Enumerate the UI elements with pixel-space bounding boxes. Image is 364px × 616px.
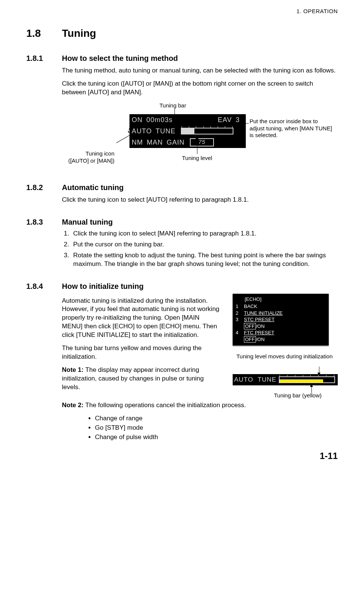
arrowhead-icon: [310, 384, 313, 387]
init-tune-panel: AUTO TUNE: [233, 374, 338, 385]
subsection-number: 1.8.1: [26, 53, 62, 63]
subsection-title: Manual tuning: [62, 217, 113, 227]
subsection-heading-183: 1.8.3 Manual tuning: [26, 217, 338, 227]
leader-line: [197, 139, 197, 154]
arrowhead-icon: [196, 136, 199, 139]
step-item: Put the cursor on the tuning bar.: [71, 240, 338, 249]
bullet-item: Change of pulse width: [95, 433, 338, 442]
option-off: OFF: [244, 323, 256, 329]
echo-row-text: FTC PRESET OFF/ON: [244, 329, 326, 343]
echo-row-text: STC PRESET OFF/ON: [244, 316, 326, 329]
echo-row-text: TUNE INITIALIZE: [244, 310, 326, 317]
leader-line: [212, 123, 249, 124]
panel-man: MAN: [147, 138, 163, 147]
subsection-title: Automatic tuning: [62, 183, 123, 193]
option-on: /ON: [256, 337, 265, 342]
note-label: Note 1:: [62, 366, 85, 373]
subsection-number: 1.8.3: [26, 217, 62, 227]
label-tuning-bar-yellow: Tuning bar (yellow): [274, 392, 322, 399]
option-off: OFF: [244, 336, 256, 343]
steps-list: Click the tuning icon to select [MAN] re…: [62, 229, 338, 269]
subsection-heading-182: 1.8.2 Automatic tuning: [26, 183, 338, 193]
panel-gain: GAIN: [167, 138, 185, 147]
echo-row-number: 4: [236, 329, 244, 336]
label-tuning-level-moves: Tuning level moves during initialization: [236, 353, 334, 360]
subsection-heading-181: 1.8.1 How to select the tuning method: [26, 53, 338, 63]
subsection-title: How to initialize tuning: [62, 281, 144, 291]
note: Note 1: The display may appear incorrect…: [62, 366, 221, 392]
paragraph: Click the tuning icon ([AUTO] or [MAN]) …: [62, 80, 338, 97]
echo-row-text: BACK: [244, 303, 326, 310]
tune-bar: [181, 128, 233, 134]
paragraph: The tuning bar turns yellow and moves du…: [62, 344, 221, 361]
triangle-marker-icon: [190, 128, 194, 131]
panel-row-3: NM MAN GAIN 75: [129, 137, 246, 148]
panel-on: ON: [132, 115, 143, 124]
echo-row-number: 1: [236, 303, 244, 310]
option-on: /ON: [256, 323, 265, 329]
bullet-item: Change of range: [95, 414, 338, 423]
note: Note 2: The following operations cancel …: [62, 401, 338, 410]
panel-tune: TUNE: [257, 376, 276, 384]
echo-menu: [ECHO] 1 BACK 2 TUNE INITIALIZE 3 STC PR…: [233, 294, 329, 346]
bullet-item: Go [STBY] mode: [95, 424, 338, 432]
chapter-header: 1. OPERATION: [26, 8, 338, 15]
echo-row-number: 3: [236, 316, 244, 323]
echo-menu-row: 2 TUNE INITIALIZE: [236, 310, 326, 317]
label-tuning-level: Tuning level: [182, 155, 212, 162]
paragraph: Click the tuning icon to select [AUTO] r…: [62, 196, 338, 204]
paragraph: The tuning method, auto tuning or manual…: [62, 66, 338, 75]
label-tuning-icon: Tuning icon ([AUTO] or [MAN]): [51, 150, 114, 165]
panel-row-1: ON 00m03s EAV 3: [129, 114, 246, 125]
step-item: Click the tuning icon to select [MAN] re…: [71, 229, 338, 238]
tune-bar: [279, 376, 335, 383]
panel-time: 00m03s: [146, 115, 173, 124]
echo-menu-row: 4 FTC PRESET OFF/ON: [236, 329, 326, 343]
label-tuning-icon-l1: Tuning icon: [86, 150, 114, 157]
panel-nm: NM: [132, 138, 143, 147]
echo-menu-row: 3 STC PRESET OFF/ON: [236, 316, 326, 329]
section-title: Tuning: [62, 26, 96, 41]
section-number: 1.8: [26, 26, 62, 41]
subsection-heading-184: 1.8.4 How to initialize tuning: [26, 281, 338, 291]
note-label: Note 2:: [62, 402, 85, 409]
note-text: The following operations cancel the init…: [85, 402, 246, 409]
paragraph: Automatic tuning is initialized during t…: [62, 297, 221, 340]
subsection-number: 1.8.2: [26, 183, 62, 193]
panel-mode: AUTO: [234, 376, 253, 384]
echo-row-number: 2: [236, 310, 244, 317]
page-number: 1-11: [320, 450, 338, 462]
arrowhead-icon: [209, 122, 212, 125]
dashed-oval-icon: [128, 125, 157, 137]
figure-tuning-panel: Tuning bar ON 00m03s EAV 3 AUTO TUNE: [62, 102, 340, 170]
subsection-number: 1.8.4: [26, 281, 62, 291]
label-cursor-box: Put the cursor inside box to adjust tuni…: [250, 118, 332, 139]
echo-menu-row: 1 BACK: [236, 303, 326, 310]
label-tuning-bar: Tuning bar: [159, 102, 186, 109]
echo-menu-title: [ECHO]: [245, 296, 326, 303]
section-heading: 1.8 Tuning: [26, 26, 338, 41]
subsection-title: How to select the tuning method: [62, 53, 178, 63]
bullet-list: Change of range Go [STBY] mode Change of…: [88, 414, 338, 442]
panel-gain-value: 75: [190, 138, 214, 146]
panel-tune: TUNE: [156, 127, 176, 136]
step-item: Rotate the setting knob to adjust the tu…: [71, 251, 338, 269]
figure-init-bar: Tuning level moves during initialization…: [233, 353, 338, 398]
label-tuning-icon-l2: ([AUTO] or [MAN]): [68, 157, 114, 164]
